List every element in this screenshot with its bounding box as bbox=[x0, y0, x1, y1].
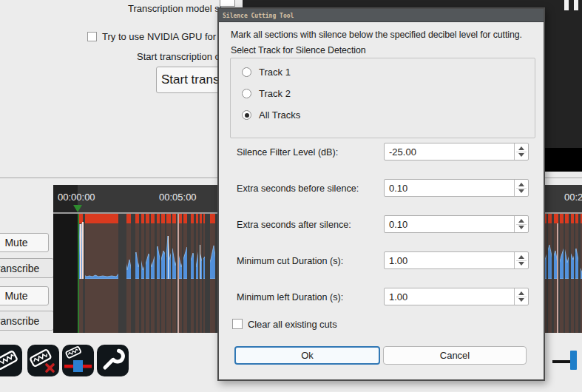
radio-circle-icon bbox=[242, 67, 251, 77]
gpu-checkbox-label: Try to use NVIDIA GPU for tr bbox=[102, 31, 225, 42]
radio-circle-icon bbox=[242, 110, 251, 120]
min-left-duration-label: Minimum left Duration (s): bbox=[237, 292, 343, 303]
cut-stripe bbox=[149, 214, 151, 333]
spinner-arrows[interactable] bbox=[514, 216, 528, 232]
track2-transcribe-button[interactable]: Transcribe bbox=[0, 311, 54, 331]
track1-transcribe-button[interactable]: Transcribe bbox=[0, 258, 54, 278]
razor-icon bbox=[0, 345, 22, 376]
silence-cutting-dialog: Silence Cutting Tool Mark all sections w… bbox=[217, 7, 545, 381]
cut-stripe bbox=[144, 214, 146, 333]
cut-stripe bbox=[547, 214, 548, 333]
gpu-checkbox[interactable] bbox=[87, 32, 97, 41]
zoom-slider-handle[interactable] bbox=[570, 351, 577, 370]
dialog-description: Mark all sections with silence below the… bbox=[231, 30, 522, 40]
track2-mute-button[interactable]: Mute bbox=[0, 286, 49, 305]
cut-stripe bbox=[569, 214, 571, 333]
transcription-model-label: Transcription model si bbox=[128, 3, 222, 14]
silence-cut-tool-button[interactable] bbox=[62, 345, 94, 376]
cut-stripe bbox=[171, 214, 172, 333]
waveform-marker-line bbox=[80, 224, 81, 279]
spinner-arrows[interactable] bbox=[514, 143, 528, 160]
cut-stripe bbox=[202, 214, 203, 333]
cut-stripe bbox=[131, 214, 135, 333]
silence-cut-icon bbox=[62, 345, 94, 376]
razor-delete-icon bbox=[27, 345, 59, 376]
dialog-title: Silence Cutting Tool bbox=[219, 9, 544, 19]
cut-stripe bbox=[564, 214, 565, 333]
cut-stripe bbox=[558, 214, 560, 333]
clear-cuts-checkbox[interactable] bbox=[232, 319, 243, 329]
cut-stripe bbox=[574, 214, 575, 333]
waveform-marker-line bbox=[168, 236, 169, 279]
cut-stripe bbox=[155, 214, 157, 333]
track-select-label: Select Track for Silence Detection bbox=[231, 45, 366, 55]
spinner-arrows[interactable] bbox=[514, 180, 528, 196]
settings-tool-button[interactable] bbox=[97, 345, 129, 376]
wrench-icon bbox=[97, 345, 129, 376]
timeline-timestamp: 00:00:00 bbox=[58, 192, 95, 203]
extra-after-label: Extra seconds after silence: bbox=[237, 220, 351, 230]
pause-icon[interactable] bbox=[564, 0, 569, 10]
spinner-arrows[interactable] bbox=[514, 252, 528, 268]
waveform-marker-line bbox=[200, 245, 200, 279]
cut-stripe bbox=[578, 214, 581, 333]
radio-track1[interactable]: Track 1 bbox=[242, 67, 291, 78]
waveform-marker-line bbox=[82, 222, 84, 279]
playhead-line bbox=[78, 214, 79, 333]
min-left-duration-spinbox[interactable]: 1.00 bbox=[384, 288, 529, 305]
clear-cuts-label: Clear all existing cuts bbox=[248, 319, 337, 330]
timeline-timestamp: 00:2 bbox=[564, 192, 582, 203]
min-cut-duration-label: Minimum cut Duration (s): bbox=[237, 256, 343, 266]
model-size-combobox-partial[interactable] bbox=[220, 0, 235, 7]
cut-stripe bbox=[160, 214, 161, 333]
silence-level-label: Silence Filter Level (dB): bbox=[237, 147, 338, 158]
playhead-marker-icon[interactable] bbox=[73, 205, 82, 212]
cut-stripe bbox=[165, 214, 166, 333]
cancel-button[interactable]: Cancel bbox=[383, 346, 527, 365]
cut-stripe bbox=[187, 214, 191, 333]
cut-stripe bbox=[205, 214, 210, 333]
waveform-marker-line bbox=[557, 223, 558, 333]
timeline-timestamp: 00:05:00 bbox=[159, 192, 197, 203]
track-select-groupbox: Track 1 Track 2 All Tracks bbox=[230, 58, 535, 138]
cut-stripe bbox=[118, 214, 126, 333]
track-prezero-area bbox=[53, 214, 78, 333]
pause-icon[interactable] bbox=[574, 0, 578, 10]
waveform-marker-line bbox=[177, 214, 179, 333]
razor-remove-tool-button[interactable] bbox=[27, 345, 59, 376]
radio-track2[interactable]: Track 2 bbox=[242, 88, 291, 99]
dialog-titlebar[interactable]: Silence Cutting Tool bbox=[219, 9, 544, 22]
min-cut-duration-spinbox[interactable]: 1.00 bbox=[384, 251, 529, 269]
cut-stripe bbox=[139, 214, 141, 333]
extra-before-spinbox[interactable]: 0.10 bbox=[384, 179, 529, 197]
cut-stripe bbox=[182, 214, 183, 333]
extra-after-spinbox[interactable]: 0.10 bbox=[384, 215, 529, 233]
extra-before-label: Extra seconds before silence: bbox=[237, 183, 359, 194]
razor-mark-tool-button[interactable] bbox=[0, 345, 22, 376]
radio-all-tracks[interactable]: All Tracks bbox=[242, 109, 300, 121]
cut-stripe bbox=[194, 214, 196, 333]
ok-button[interactable]: Ok bbox=[234, 346, 380, 365]
spinner-arrows[interactable] bbox=[514, 288, 528, 305]
silence-level-spinbox[interactable]: -25.00 bbox=[384, 143, 529, 160]
track1-mute-button[interactable]: Mute bbox=[0, 233, 49, 252]
cut-stripe bbox=[552, 214, 554, 333]
start-transcription-label: Start transcription o bbox=[137, 51, 220, 62]
radio-circle-icon bbox=[242, 89, 251, 98]
